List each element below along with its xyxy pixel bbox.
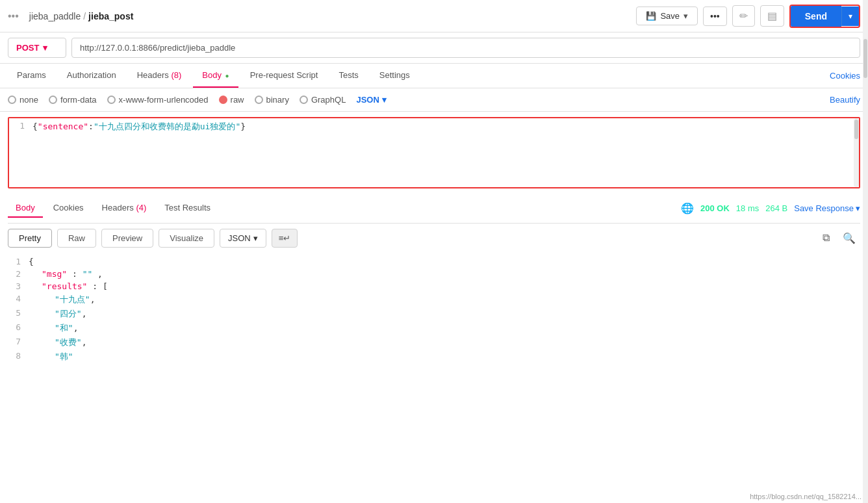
main-scrollbar[interactable] <box>863 0 868 367</box>
save-chevron-icon: ▾ <box>683 11 688 21</box>
line-number-1: 1 <box>9 121 32 133</box>
globe-icon: 🌐 <box>681 202 694 214</box>
copy-icon[interactable]: ⧉ <box>818 229 834 248</box>
json-key-sentence: "sentence" <box>38 122 88 131</box>
radio-binary <box>255 96 263 104</box>
response-section: Body Cookies Headers (4) Test Results 🌐 … <box>0 194 868 367</box>
tab-pre-request[interactable]: Pre-request Script <box>241 64 327 88</box>
headers-badge: (8) <box>171 70 181 80</box>
resp-line-5: 5 "四分", <box>8 307 860 321</box>
resp-tab-body[interactable]: Body <box>8 199 43 218</box>
send-button[interactable]: Send <box>791 6 841 27</box>
view-actions-right: ⧉ 🔍 <box>818 229 860 248</box>
send-group: Send ▾ <box>789 5 860 28</box>
open-brace: { <box>32 122 38 131</box>
radio-form-data <box>49 96 57 104</box>
resp-comma-6: , <box>73 323 79 333</box>
body-type-none-label: none <box>19 95 38 105</box>
search-icon[interactable]: 🔍 <box>838 229 860 248</box>
resp-comma-2: , <box>97 269 103 279</box>
editor-scrollbar-thumb <box>854 120 858 139</box>
body-type-none[interactable]: none <box>8 95 38 105</box>
body-type-urlencoded-label: x-www-form-urlencoded <box>119 95 209 105</box>
resp-val-5: "四分" <box>55 309 82 318</box>
radio-urlencoded <box>107 96 116 104</box>
editor-scrollbar[interactable] <box>854 118 859 187</box>
body-type-raw-label: raw <box>231 95 244 105</box>
resp-key-msg: "msg" <box>42 269 67 279</box>
method-select[interactable]: POST ▾ <box>8 38 66 58</box>
request-tabs: Params Authorization Headers (8) Body ● … <box>0 64 868 88</box>
tab-headers-label: Headers <box>137 70 169 80</box>
line-content-1: {"sentence":"十九点四分和收费韩的是勐ui独爱的"} <box>32 121 859 133</box>
body-type-selector: none form-data x-www-form-urlencoded raw… <box>0 88 868 112</box>
resp-headers-badge: (4) <box>136 203 146 213</box>
view-tab-visualize[interactable]: Visualize <box>159 229 214 248</box>
response-meta: 🌐 200 OK 18 ms 264 B Save Response ▾ <box>681 202 860 214</box>
resp-colon-3: : [ <box>92 281 107 291</box>
resp-line-8: 8 "韩" <box>8 350 860 364</box>
view-tab-raw[interactable]: Raw <box>57 229 96 248</box>
editor-line-1: 1 {"sentence":"十九点四分和收费韩的是勐ui独爱的"} <box>9 118 859 135</box>
view-tabs-row: Pretty Raw Preview Visualize JSON ▾ ≡↵ ⧉… <box>8 224 860 253</box>
resp-line-3: 3 "results" : [ <box>8 280 860 292</box>
window-dots: ••• <box>8 10 19 22</box>
more-options-button[interactable]: ••• <box>703 6 727 26</box>
view-tab-pretty[interactable]: Pretty <box>8 229 52 248</box>
wrap-icon-button[interactable]: ≡↵ <box>272 229 298 248</box>
resp-num-8: 8 <box>8 351 29 363</box>
cookies-link[interactable]: Cookies <box>830 64 860 87</box>
save-response-button[interactable]: Save Response ▾ <box>794 203 860 213</box>
view-tab-preview[interactable]: Preview <box>101 229 153 248</box>
json-format-select[interactable]: JSON ▾ <box>356 95 386 105</box>
breadcrumb-sep: / <box>83 11 86 21</box>
response-json: 1 { 2 "msg" : "" , 3 "results" : [ 4 "十九… <box>8 253 860 367</box>
method-chevron-icon: ▾ <box>43 43 47 53</box>
resp-tab-test-results[interactable]: Test Results <box>157 199 218 218</box>
resp-tab-cookies[interactable]: Cookies <box>45 199 92 218</box>
tab-headers[interactable]: Headers (8) <box>128 64 191 88</box>
body-type-raw[interactable]: raw <box>219 95 244 105</box>
resp-num-2: 2 <box>8 269 29 279</box>
radio-raw <box>219 96 227 104</box>
request-body-editor[interactable]: 1 {"sentence":"十九点四分和收费韩的是勐ui独爱的"} <box>8 117 860 188</box>
main-scrollbar-thumb <box>863 39 867 78</box>
resp-line-7: 7 "收费", <box>8 335 860 350</box>
resp-val-4: "十九点" <box>55 294 90 304</box>
resp-content-6: "和", <box>55 322 860 334</box>
url-input[interactable] <box>71 38 860 58</box>
tab-authorization[interactable]: Authorization <box>58 64 125 88</box>
body-type-form-data[interactable]: form-data <box>49 95 97 105</box>
resp-line-6: 6 "和", <box>8 321 860 335</box>
edit-icon-button[interactable]: ✏ <box>732 5 755 27</box>
tab-tests[interactable]: Tests <box>329 64 367 88</box>
resp-comma-5: , <box>82 309 87 318</box>
body-type-urlencoded[interactable]: x-www-form-urlencoded <box>107 95 209 105</box>
resp-headers-label: Headers <box>102 203 134 213</box>
resp-content-1: { <box>29 257 860 266</box>
save-button[interactable]: 💾 Save ▾ <box>636 6 698 25</box>
response-status: 200 OK <box>700 203 730 213</box>
body-type-graphql-label: GraphQL <box>311 95 346 105</box>
body-type-binary[interactable]: binary <box>255 95 289 105</box>
beautify-button[interactable]: Beautify <box>830 95 860 105</box>
comment-icon-button[interactable]: ▤ <box>760 5 784 27</box>
response-json-select[interactable]: JSON ▾ <box>220 229 266 248</box>
resp-content-8: "韩" <box>55 351 860 363</box>
send-dropdown-button[interactable]: ▾ <box>841 6 859 26</box>
resp-val-7: "收费" <box>55 337 82 347</box>
save-disk-icon: 💾 <box>646 11 656 21</box>
breadcrumb-parent[interactable]: jieba_paddle <box>29 11 81 21</box>
resp-comma-4: , <box>90 294 96 304</box>
resp-num-3: 3 <box>8 281 29 291</box>
response-time: 18 ms <box>736 203 759 213</box>
tab-body-label: Body <box>202 70 222 80</box>
resp-tab-headers[interactable]: Headers (4) <box>94 199 155 218</box>
resp-num-1: 1 <box>8 257 29 266</box>
breadcrumb: jieba_paddle / jieba_post <box>29 11 134 21</box>
resp-content-4: "十九点", <box>55 294 860 305</box>
tab-body[interactable]: Body ● <box>193 64 238 88</box>
body-type-graphql[interactable]: GraphQL <box>300 95 346 105</box>
tab-settings[interactable]: Settings <box>370 64 419 88</box>
tab-params[interactable]: Params <box>8 64 55 88</box>
